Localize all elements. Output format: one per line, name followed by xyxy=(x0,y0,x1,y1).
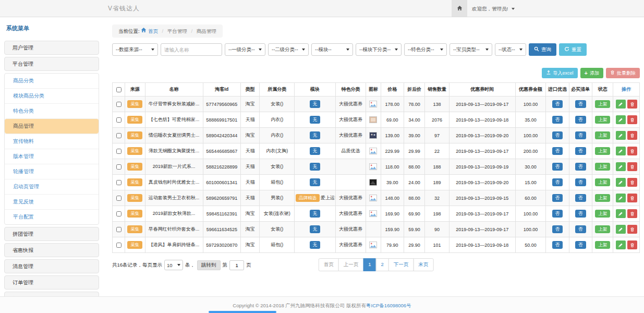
import-pick-toggle[interactable]: 否 xyxy=(552,178,563,186)
import-pick-toggle[interactable]: 否 xyxy=(552,225,563,233)
must-buy-toggle[interactable]: 否 xyxy=(575,100,586,107)
import-pick-toggle[interactable]: 否 xyxy=(552,163,563,170)
delete-button[interactable] xyxy=(627,115,637,124)
query-button[interactable]: 查询 xyxy=(529,43,556,56)
home-button[interactable] xyxy=(452,0,467,17)
sidebar-section-1[interactable]: 用户管理 xyxy=(4,41,99,55)
sidebar-item-12[interactable]: 平台配置 xyxy=(5,209,99,224)
must-buy-toggle[interactable]: 否 xyxy=(575,131,586,139)
status-toggle[interactable]: 上架 xyxy=(595,163,610,170)
filter-select-3[interactable]: --二级分类-- xyxy=(268,43,309,56)
import-pick-toggle[interactable]: 否 xyxy=(552,147,563,154)
filter-select-8[interactable]: --状态-- xyxy=(495,43,526,56)
delete-button[interactable] xyxy=(627,209,637,218)
edit-button[interactable] xyxy=(616,100,626,109)
must-buy-toggle[interactable]: 否 xyxy=(575,241,586,248)
edit-button[interactable] xyxy=(616,131,626,140)
status-toggle[interactable]: 上架 xyxy=(595,116,610,123)
sidebar-section-13[interactable]: 拼团管理 xyxy=(4,227,99,241)
breadcrumb-home-link[interactable]: 首页 xyxy=(141,28,159,34)
horizontal-scrollbar-thumb[interactable] xyxy=(209,311,276,313)
row-checkbox[interactable] xyxy=(116,243,121,248)
row-checkbox[interactable] xyxy=(116,227,121,232)
row-checkbox[interactable] xyxy=(116,149,121,154)
per-page-select[interactable]: 10 xyxy=(164,260,183,270)
status-toggle[interactable]: 上架 xyxy=(595,210,610,217)
delete-button[interactable] xyxy=(627,225,637,234)
row-checkbox[interactable] xyxy=(116,102,121,107)
add-button[interactable]: + 添加 xyxy=(580,68,603,78)
user-menu[interactable]: 欢迎您，管理员! xyxy=(472,0,515,17)
row-checkbox[interactable] xyxy=(116,196,121,201)
edit-button[interactable] xyxy=(616,178,626,187)
filter-select-4[interactable]: --模块-- xyxy=(311,43,353,56)
sidebar-item-3[interactable]: 商品分类 xyxy=(5,74,99,88)
delete-button[interactable] xyxy=(627,178,637,187)
sidebar-section-16[interactable]: 订单管理 xyxy=(4,275,99,290)
import-pick-toggle[interactable]: 否 xyxy=(552,116,563,123)
sidebar-item-6[interactable]: 商品管理 xyxy=(5,118,99,134)
batch-delete-button[interactable]: 批量删除 xyxy=(606,68,640,78)
select-all-checkbox[interactable] xyxy=(116,87,121,92)
must-buy-toggle[interactable]: 否 xyxy=(575,194,586,201)
reset-button[interactable]: 重置 xyxy=(559,43,587,56)
sidebar-item-11[interactable]: 意见反馈 xyxy=(5,194,99,209)
pager-prev[interactable]: 上一页 xyxy=(338,258,364,271)
status-toggle[interactable]: 上架 xyxy=(595,178,610,186)
edit-button[interactable] xyxy=(616,162,626,171)
jump-button[interactable]: 跳转到 xyxy=(197,260,221,270)
pager-page-1[interactable]: 1 xyxy=(363,258,376,271)
edit-button[interactable] xyxy=(616,209,626,218)
sidebar-section-15[interactable]: 消息管理 xyxy=(4,259,99,273)
status-toggle[interactable]: 上架 xyxy=(595,147,610,154)
must-buy-toggle[interactable]: 否 xyxy=(575,163,586,170)
edit-button[interactable] xyxy=(616,225,626,234)
import-excel-button[interactable]: 导入excel xyxy=(542,68,578,78)
delete-button[interactable] xyxy=(627,240,637,249)
pager-page-2[interactable]: 2 xyxy=(376,258,389,271)
delete-button[interactable] xyxy=(627,100,637,109)
import-pick-toggle[interactable]: 否 xyxy=(552,131,563,139)
import-pick-toggle[interactable]: 否 xyxy=(552,100,563,107)
sidebar-item-4[interactable]: 模块商品分类 xyxy=(5,88,99,103)
edit-button[interactable] xyxy=(616,115,626,124)
search-input[interactable] xyxy=(161,43,222,56)
filter-select-5[interactable]: --模块下分类-- xyxy=(356,43,402,56)
status-toggle[interactable]: 上架 xyxy=(595,100,610,107)
must-buy-toggle[interactable]: 否 xyxy=(575,147,586,154)
status-toggle[interactable]: 上架 xyxy=(595,241,610,248)
sidebar-section-2[interactable]: 平台管理 xyxy=(4,57,99,71)
filter-select-7[interactable]: --宝贝类型-- xyxy=(449,43,492,56)
filter-select-1[interactable]: --数据来源-- xyxy=(112,43,158,56)
status-toggle[interactable]: 上架 xyxy=(595,194,610,201)
must-buy-toggle[interactable]: 否 xyxy=(575,178,586,186)
sidebar-item-5[interactable]: 特色分类 xyxy=(5,103,99,118)
sidebar-item-10[interactable]: 启动页管理 xyxy=(5,179,99,194)
sidebar-item-7[interactable]: 宣传物料 xyxy=(5,134,99,149)
pager-last[interactable]: 末页 xyxy=(413,258,433,271)
row-checkbox[interactable] xyxy=(116,133,121,138)
status-toggle[interactable]: 上架 xyxy=(595,131,610,139)
must-buy-toggle[interactable]: 否 xyxy=(575,210,586,217)
status-toggle[interactable]: 上架 xyxy=(595,225,610,233)
import-pick-toggle[interactable]: 否 xyxy=(552,194,563,201)
sidebar-section-14[interactable]: 省惠快报 xyxy=(4,243,99,257)
delete-button[interactable] xyxy=(627,131,637,140)
edit-button[interactable] xyxy=(616,194,626,202)
filter-select-2[interactable]: --一级分类-- xyxy=(225,43,265,56)
delete-button[interactable] xyxy=(627,194,637,202)
import-pick-toggle[interactable]: 否 xyxy=(552,241,563,248)
must-buy-toggle[interactable]: 否 xyxy=(575,116,586,123)
page-input[interactable] xyxy=(229,260,244,270)
icp-link[interactable]: 粤ICP备16098006号 xyxy=(366,303,411,308)
must-buy-toggle[interactable]: 否 xyxy=(575,225,586,233)
import-pick-toggle[interactable]: 否 xyxy=(552,210,563,217)
row-checkbox[interactable] xyxy=(116,164,121,170)
sidebar-section-17[interactable]: 兑换管理 xyxy=(4,292,99,296)
pager-first[interactable]: 首页 xyxy=(319,258,339,271)
delete-button[interactable] xyxy=(627,162,637,171)
delete-button[interactable] xyxy=(627,147,637,155)
edit-button[interactable] xyxy=(616,240,626,249)
sidebar-item-9[interactable]: 轮播管理 xyxy=(5,164,99,179)
row-checkbox[interactable] xyxy=(116,180,121,185)
